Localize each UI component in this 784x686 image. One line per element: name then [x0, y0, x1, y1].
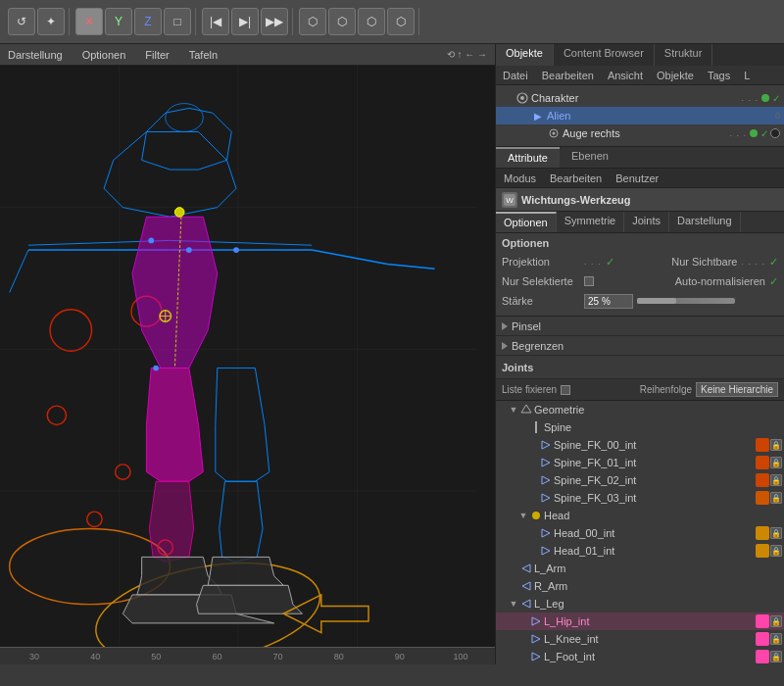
charakter-label: Charakter	[531, 92, 739, 104]
joint-row-head-01[interactable]: Head_01_int 🔒	[496, 542, 784, 560]
toolbar-group-4: ⬡ ⬡ ⬡ ⬡	[295, 8, 419, 35]
reihenfolge-label: Reihenfolge	[640, 384, 692, 395]
l-knee-lock[interactable]: 🔒	[770, 633, 782, 645]
toolbar-btn-y[interactable]: Y	[105, 8, 132, 35]
head-01-lock[interactable]: 🔒	[770, 545, 782, 557]
toolbar-btn-shape1[interactable]: ⬡	[299, 8, 326, 35]
toolbar-btn-x[interactable]: ✕	[75, 8, 103, 35]
joint-row-r-arm[interactable]: R_Arm	[496, 577, 784, 595]
nur-selektierte-checkbox[interactable]	[584, 276, 594, 286]
viewport-3d[interactable]: Darstellung Optionen Filter Tafeln ⟲ ↑ ←…	[0, 44, 495, 664]
file-menu-l[interactable]: L	[741, 69, 753, 82]
tree-row-charakter[interactable]: Charakter . . . ✓	[496, 89, 784, 107]
tree-row-alien[interactable]: ▶ Alien 0	[496, 107, 784, 124]
joint-row-spine[interactable]: Spine	[496, 418, 784, 436]
toolbar-btn-star[interactable]: ✦	[37, 8, 65, 35]
joint-row-spine-fk-01[interactable]: Spine_FK_01_int 🔒	[496, 454, 784, 471]
object-tree: Charakter . . . ✓ ▶ Alien 0	[496, 85, 784, 147]
svg-marker-63	[532, 653, 540, 661]
toolbar-btn-play2[interactable]: ▶|	[231, 8, 259, 35]
joint-row-head-00[interactable]: Head_00_int 🔒	[496, 524, 784, 542]
spine-fk-02-lock[interactable]: 🔒	[770, 474, 782, 486]
viewport-menu-bar: Darstellung Optionen Filter Tafeln ⟲ ↑ ←…	[0, 44, 495, 66]
staerke-label: Stärke	[502, 295, 580, 307]
tab-content-browser[interactable]: Content Browser	[554, 44, 655, 66]
auto-normalisieren-check: ✓	[769, 275, 778, 288]
file-menu-ansicht[interactable]: Ansicht	[605, 69, 646, 82]
toolbar-btn-shape4[interactable]: ⬡	[387, 8, 415, 35]
l-hip-lock[interactable]: 🔒	[770, 615, 782, 627]
nur-sichtbare-check: ✓	[769, 256, 778, 269]
menu-optionen[interactable]: Optionen	[78, 47, 130, 63]
spine-fk-01-lock[interactable]: 🔒	[770, 457, 782, 468]
file-menu-datei[interactable]: Datei	[500, 69, 531, 82]
charakter-dots: . . .	[741, 93, 759, 103]
toolbar-btn-undo[interactable]: ↺	[8, 8, 35, 35]
option-row-selektierte: Nur Selektierte Auto-normalisieren ✓	[502, 272, 778, 290]
viewport-icons: ⟲ ↑ ← →	[447, 49, 487, 60]
alien-label: Alien	[547, 110, 773, 122]
joint-row-l-knee[interactable]: L_Knee_int 🔒	[496, 630, 784, 648]
toolbar-btn-shape3[interactable]: ⬡	[358, 8, 385, 35]
joint-row-l-arm[interactable]: L_Arm	[496, 560, 784, 577]
liste-fixieren-checkbox[interactable]	[561, 385, 570, 395]
l-arm-label: L_Arm	[534, 563, 782, 574]
spine-fk-02-icon	[539, 473, 553, 487]
joint-row-head[interactable]: ▼ Head	[496, 507, 784, 524]
nur-sichtbare-label: Nur Sichtbare	[671, 256, 737, 268]
toolbar-btn-z[interactable]: Z	[134, 8, 162, 35]
menu-darstellung[interactable]: Darstellung	[4, 47, 67, 63]
joint-row-geometrie[interactable]: ▼ Geometrie	[496, 401, 784, 418]
joint-row-l-hip[interactable]: L_Hip_int 🔒	[496, 612, 784, 630]
liste-fixieren-label: Liste fixieren	[502, 384, 557, 395]
svg-marker-54	[542, 494, 550, 502]
file-menu-bearbeiten[interactable]: Bearbeiten	[539, 69, 597, 82]
l-hip-icon	[529, 614, 543, 628]
svg-point-47	[553, 132, 556, 135]
menu-tafeln[interactable]: Tafeln	[185, 47, 221, 63]
attr-sub-benutzer[interactable]: Benutzer	[612, 172, 662, 185]
toolbar-btn-shape2[interactable]: ⬡	[328, 8, 356, 35]
ruler-mark-60: 60	[186, 652, 247, 662]
joint-row-spine-fk-02[interactable]: Spine_FK_02_int 🔒	[496, 471, 784, 489]
tool-tab-optionen[interactable]: Optionen	[496, 212, 557, 232]
tab-attribute[interactable]: Attribute	[496, 147, 560, 168]
nur-selektierte-label: Nur Selektierte	[502, 275, 580, 287]
toolbar-group-2: ✕ Y Z □	[72, 8, 196, 35]
attr-tabs: Attribute Ebenen	[496, 147, 784, 169]
begrenzen-collapsible[interactable]: Begrenzen	[496, 336, 784, 356]
joint-row-l-foot[interactable]: L_Foot_int 🔒	[496, 648, 784, 664]
tool-tab-darstellung[interactable]: Darstellung	[669, 212, 741, 232]
joint-row-spine-fk-00[interactable]: Spine_FK_00_int 🔒	[496, 436, 784, 454]
l-leg-icon	[519, 597, 533, 611]
auge-black-dot	[770, 128, 780, 138]
tool-tab-joints[interactable]: Joints	[624, 212, 669, 232]
tree-row-auge[interactable]: Auge rechts . . . ✓	[496, 124, 784, 142]
tool-tab-symmetrie[interactable]: Symmetrie	[557, 212, 625, 232]
tab-objekte[interactable]: Objekte	[496, 44, 554, 66]
file-menu-objekte[interactable]: Objekte	[654, 69, 697, 82]
head-00-lock[interactable]: 🔒	[770, 527, 782, 539]
file-menu-tags[interactable]: Tags	[705, 69, 733, 82]
head-00-icon	[539, 526, 553, 540]
spine-fk-03-lock[interactable]: 🔒	[770, 492, 782, 504]
keine-hierarchie-dropdown[interactable]: Keine Hierarchie	[696, 382, 778, 397]
staerke-slider[interactable]	[637, 298, 735, 304]
joint-row-spine-fk-03[interactable]: Spine_FK_03_int 🔒	[496, 489, 784, 507]
toolbar-btn-play1[interactable]: |◀	[202, 8, 229, 35]
spine-fk-01-color	[756, 456, 769, 469]
staerke-input[interactable]	[584, 294, 633, 309]
menu-filter[interactable]: Filter	[141, 47, 172, 63]
l-foot-lock[interactable]: 🔒	[770, 651, 782, 662]
joint-row-l-leg[interactable]: ▼ L_Leg	[496, 595, 784, 612]
spine-fk-00-lock[interactable]: 🔒	[770, 439, 782, 451]
attr-sub-modus[interactable]: Modus	[500, 172, 540, 185]
toolbar-btn-play3[interactable]: ▶▶	[261, 8, 288, 35]
tab-struktur[interactable]: Struktur	[655, 44, 713, 66]
auge-label: Auge rechts	[563, 127, 727, 139]
toolbar-btn-box[interactable]: □	[164, 8, 191, 35]
main-area: Darstellung Optionen Filter Tafeln ⟲ ↑ ←…	[0, 44, 784, 664]
attr-sub-bearbeiten[interactable]: Bearbeiten	[546, 172, 606, 185]
tab-ebenen[interactable]: Ebenen	[560, 147, 620, 168]
pinsel-collapsible[interactable]: Pinsel	[496, 317, 784, 336]
